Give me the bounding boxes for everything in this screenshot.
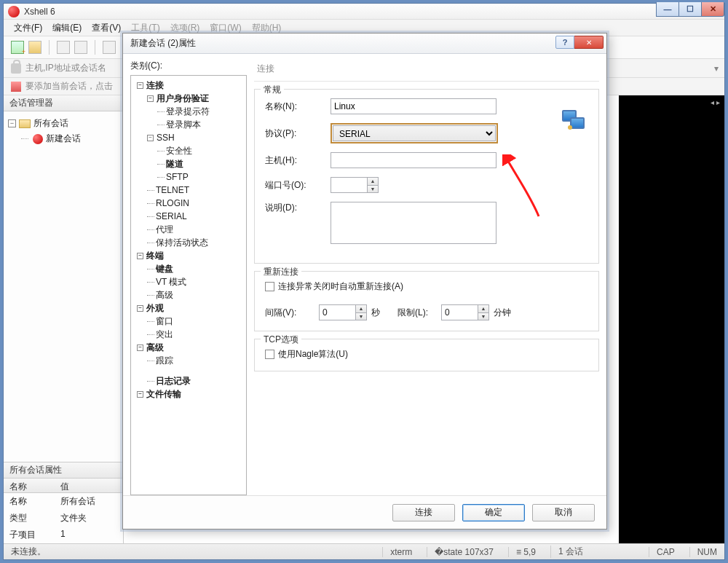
category-tree[interactable]: −连接 −用户身份验证 登录提示符 登录脚本 −SSH 安全性 隧道 SFTP … <box>130 75 247 495</box>
tree-collapse-icon[interactable]: − <box>8 119 16 127</box>
menu-file[interactable]: 文件(F) <box>14 22 42 34</box>
menu-view[interactable]: 查看(V) <box>92 22 121 34</box>
status-num: NUM <box>689 547 717 557</box>
dialog-help-button[interactable]: ? <box>555 36 574 49</box>
open-session-icon[interactable] <box>28 41 41 54</box>
cat-logging[interactable]: 日志记录 <box>156 375 191 387</box>
spin-down-icon[interactable]: ▼ <box>478 313 488 320</box>
cat-vtmode[interactable]: VT 模式 <box>156 276 186 288</box>
cat-ssh[interactable]: SSH <box>157 133 175 143</box>
flag-icon <box>11 82 21 92</box>
window-close-button[interactable] <box>701 2 724 17</box>
tree-toggle-icon[interactable]: − <box>147 135 154 141</box>
cat-advanced[interactable]: 高级 <box>146 342 164 354</box>
tab-scroll-arrows[interactable]: ◂ ▸ <box>711 98 720 106</box>
cat-connection[interactable]: 连接 <box>146 79 164 92</box>
status-size: �state 107x37 <box>427 547 494 557</box>
menu-help[interactable]: 帮助(H) <box>252 22 282 34</box>
dialog-close-button[interactable]: ✕ <box>574 36 604 49</box>
description-label: 说明(D): <box>265 202 331 214</box>
cat-auth[interactable]: 用户身份验证 <box>157 92 209 105</box>
cat-tunnel[interactable]: 隧道 <box>166 158 183 170</box>
toolbar-icon-1[interactable] <box>57 41 70 54</box>
auto-reconnect-label: 连接异常关闭时自动重新连接(A) <box>278 280 403 293</box>
name-input[interactable] <box>331 98 496 114</box>
cat-sftp[interactable]: SFTP <box>166 172 189 182</box>
cat-filetransfer[interactable]: 文件传输 <box>146 388 181 401</box>
cat-telnet[interactable]: TELNET <box>156 185 189 195</box>
tcp-legend: TCP选项 <box>261 334 301 346</box>
spin-down-icon[interactable]: ▼ <box>368 186 378 193</box>
cat-login-prompt[interactable]: 登录提示符 <box>166 106 210 118</box>
tree-toggle-icon[interactable]: − <box>137 82 143 89</box>
protocol-select[interactable]: SERIAL <box>333 125 496 141</box>
toolbar-separator <box>49 40 50 55</box>
spin-up-icon[interactable]: ▲ <box>478 305 488 313</box>
cancel-button[interactable]: 取消 <box>532 504 595 521</box>
port-spinner[interactable]: ▲▼ <box>331 177 379 193</box>
cat-trace[interactable]: 跟踪 <box>156 355 173 367</box>
host-input[interactable] <box>331 152 496 168</box>
protocol-highlight: SERIAL <box>331 123 498 143</box>
menu-edit[interactable]: 编辑(E) <box>52 22 82 34</box>
window-minimize-button[interactable] <box>656 2 679 17</box>
category-label: 类别(C): <box>130 60 247 72</box>
properties-header-name: 名称 <box>9 481 60 490</box>
tree-root[interactable]: − 所有会话 <box>8 116 119 131</box>
address-placeholder[interactable]: 主机,IP地址或会话名 <box>25 62 106 74</box>
spin-down-icon[interactable]: ▼ <box>356 313 366 320</box>
tree-toggle-icon[interactable]: − <box>137 345 143 351</box>
limit-value: 0 <box>445 307 450 318</box>
cat-term-advanced[interactable]: 高级 <box>156 289 173 302</box>
tree-toggle-icon[interactable]: − <box>137 305 143 312</box>
menu-tools[interactable]: 工具(T) <box>131 22 159 34</box>
cat-login-script[interactable]: 登录脚本 <box>166 119 201 131</box>
menu-options[interactable]: 选项(R) <box>170 22 200 34</box>
status-connection: 未连接。 <box>11 546 368 558</box>
limit-spinner[interactable]: 0 ▲▼ <box>441 304 489 320</box>
ok-button[interactable]: 确定 <box>462 504 525 521</box>
dialog-footer: 连接 确定 取消 <box>123 495 606 529</box>
cat-terminal[interactable]: 终端 <box>146 250 164 262</box>
session-properties-dialog: 新建会话 (2)属性 ? ✕ 类别(C): −连接 −用户身份验证 登录提示符 … <box>122 33 607 529</box>
computer-icon <box>562 110 588 133</box>
tcp-fieldset: TCP选项 使用Nagle算法(U) <box>254 339 599 371</box>
tree-toggle-icon[interactable]: − <box>137 391 143 398</box>
spin-up-icon[interactable]: ▲ <box>356 305 366 313</box>
window-maximize-button[interactable] <box>678 2 702 17</box>
app-title: Xshell 6 <box>24 7 55 17</box>
lock-icon <box>11 63 21 74</box>
spin-up-icon[interactable]: ▲ <box>368 178 378 186</box>
new-session-icon[interactable] <box>11 41 24 54</box>
tree-toggle-icon[interactable]: − <box>137 253 143 259</box>
general-fieldset: 常规 名称(N): 协议(P): SERIAL <box>254 89 599 264</box>
cat-keyboard[interactable]: 键盘 <box>156 263 173 275</box>
address-dropdown-icon[interactable]: ▾ <box>714 63 719 74</box>
cat-appearance[interactable]: 外观 <box>146 302 164 315</box>
tree-toggle-icon[interactable]: − <box>147 95 154 102</box>
auto-reconnect-checkbox[interactable] <box>265 282 274 291</box>
menu-window[interactable]: 窗口(W) <box>210 22 241 34</box>
nagle-checkbox[interactable] <box>265 350 274 359</box>
name-label: 名称(N): <box>265 101 331 113</box>
form-panel: 连接 常规 名称(N): 协议(P): SERIAL <box>254 60 599 495</box>
toolbar-icon-3[interactable] <box>103 41 116 54</box>
property-row: 类型文件夹 <box>4 510 123 527</box>
description-input[interactable] <box>331 202 496 244</box>
toolbar-icon-2[interactable] <box>74 41 87 54</box>
cat-security[interactable]: 安全性 <box>166 145 192 157</box>
cat-window[interactable]: 窗口 <box>156 315 173 328</box>
protocol-label: 协议(P): <box>265 127 331 140</box>
tree-item[interactable]: 新建会话 <box>8 131 119 146</box>
cat-serial[interactable]: SERIAL <box>156 211 187 221</box>
cat-proxy[interactable]: 代理 <box>156 224 173 236</box>
interval-spinner[interactable]: 0 ▲▼ <box>319 304 367 320</box>
form-heading: 连接 <box>254 60 599 82</box>
cat-rlogin[interactable]: RLOGIN <box>156 198 189 208</box>
properties-header-row: 名称 值 <box>4 479 123 493</box>
properties-header-value: 值 <box>60 481 69 490</box>
app-logo-icon <box>8 6 20 17</box>
connect-button[interactable]: 连接 <box>392 504 455 521</box>
cat-popup[interactable]: 突出 <box>156 328 173 341</box>
cat-keepalive[interactable]: 保持活动状态 <box>156 237 208 249</box>
